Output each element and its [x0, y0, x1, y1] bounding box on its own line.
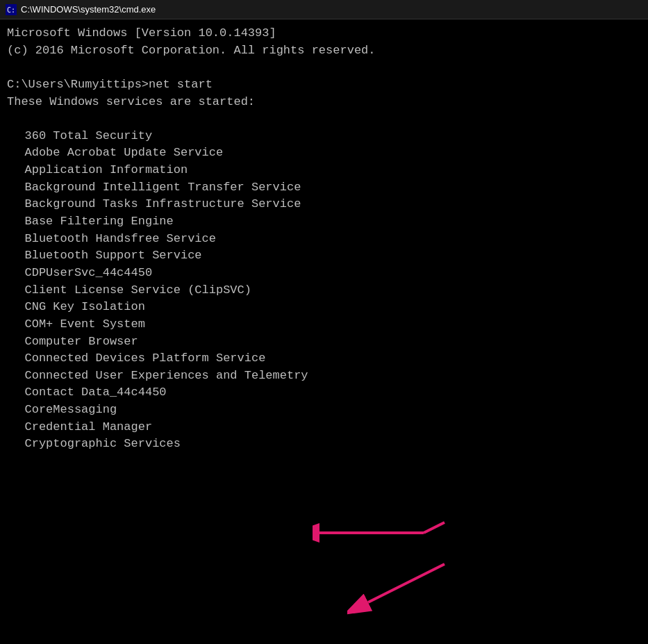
cmd-screen: Microsoft Windows [Version 10.0.14393] (… [0, 19, 648, 644]
blank-line-1 [7, 59, 641, 76]
title-bar: C: C:\WINDOWS\system32\cmd.exe [0, 0, 648, 19]
service-line-19: Cryptographic Services [7, 436, 641, 453]
service-line-7: Bluetooth Handsfree Service [7, 231, 641, 248]
service-line-17: CoreMessaging [7, 402, 641, 419]
service-line-15: Connected User Experiences and Telemetry [7, 368, 641, 385]
blank-line-2 [7, 110, 641, 128]
svg-line-4 [424, 522, 445, 533]
header-line-1: Microsoft Windows [Version 10.0.14393] [7, 25, 641, 42]
service-line-9: CDPUserSvc_44c4450 [7, 265, 641, 282]
service-line-2: Adobe Acrobat Update Service [7, 145, 641, 162]
cmd-icon: C: [6, 4, 17, 15]
service-line-3: Application Information [7, 162, 641, 179]
services-header-line: These Windows services are started: [7, 94, 641, 111]
svg-text:C:: C: [7, 6, 15, 14]
title-bar-text: C:\WINDOWS\system32\cmd.exe [21, 4, 156, 15]
service-line-10: Client License Service (ClipSVC) [7, 282, 641, 299]
service-line-1: 360 Total Security [7, 128, 641, 145]
svg-line-6 [368, 564, 445, 602]
service-line-6: Base Filtering Engine [7, 213, 641, 231]
prompt-line: C:\Users\Rumyittips>net start [7, 76, 641, 94]
service-line-16: Contact Data_44c4450 [7, 384, 641, 402]
service-line-8: Bluetooth Support Service [7, 247, 641, 265]
service-line-14: Connected Devices Platform Service [7, 350, 641, 368]
header-line-2: (c) 2016 Microsoft Corporation. All righ… [7, 42, 641, 60]
service-line-12: COM+ Event System [7, 316, 641, 333]
service-line-13: Computer Browser [7, 333, 641, 351]
service-line-4: Background Intelligent Transfer Service [7, 179, 641, 197]
service-line-5: Background Tasks Infrastructure Service [7, 196, 641, 213]
service-line-18: Credential Manager [7, 419, 641, 436]
service-line-11: CNG Key Isolation [7, 299, 641, 316]
